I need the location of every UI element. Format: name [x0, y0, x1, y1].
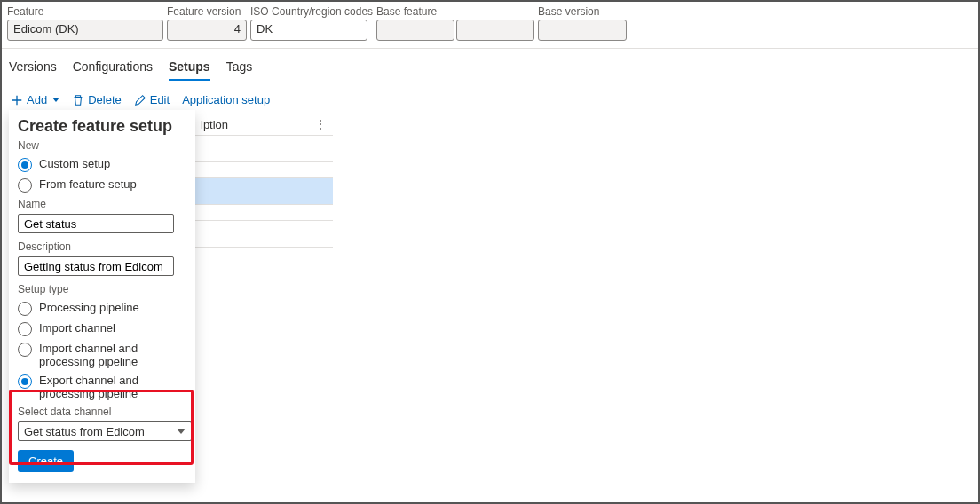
iso-label: ISO Country/region codes [250, 5, 373, 18]
tab-versions[interactable]: Versions [9, 59, 57, 81]
chevron-down-icon [177, 429, 186, 434]
delete-button[interactable]: Delete [72, 93, 122, 106]
radio-icon [18, 322, 32, 336]
table-row[interactable] [195, 136, 333, 162]
table-row-selected[interactable] [195, 178, 333, 205]
add-label: Add [27, 93, 47, 106]
tabs: Versions Configurations Setups Tags [2, 49, 978, 81]
radio-import-channel[interactable]: Import channel [18, 321, 186, 336]
add-button[interactable]: Add [11, 93, 59, 106]
header-fields: Feature Edicom (DK) Feature version 4 IS… [2, 2, 978, 49]
feature-version-label: Feature version [167, 5, 247, 18]
app-setup-label: Application setup [182, 93, 270, 106]
setup-type-label: Setup type [18, 283, 186, 295]
tab-tags[interactable]: Tags [226, 59, 253, 81]
name-input[interactable] [18, 214, 174, 233]
plus-icon [11, 94, 23, 106]
radio-label: Import channel [39, 321, 115, 335]
radio-processing-pipeline[interactable]: Processing pipeline [18, 301, 186, 316]
base-feature-label: Base feature [376, 5, 534, 18]
create-button[interactable]: Create [18, 450, 74, 472]
feature-input[interactable]: Edicom (DK) [7, 20, 163, 41]
table-header: iption ⋮ [195, 114, 333, 136]
panel-title: Create feature setup [18, 117, 186, 136]
trash-icon [72, 94, 84, 106]
pencil-icon [134, 94, 146, 106]
col-description-label: iption [201, 118, 228, 131]
name-label: Name [18, 198, 186, 210]
select-value: Get status from Edicom [24, 425, 145, 438]
radio-label: Custom setup [39, 157, 110, 170]
radio-label: Export channel and processing pipeline [39, 374, 186, 400]
new-section-label: New [18, 139, 186, 152]
create-feature-setup-panel: Create feature setup New Custom setup Fr… [9, 110, 195, 483]
feature-label: Feature [7, 5, 163, 18]
radio-custom-setup[interactable]: Custom setup [18, 157, 186, 172]
feature-version-input[interactable]: 4 [167, 20, 247, 41]
base-feature-input-1[interactable] [376, 20, 454, 41]
field-feature-version: Feature version 4 [167, 5, 247, 41]
select-data-channel-dropdown[interactable]: Get status from Edicom [18, 421, 192, 441]
edit-button[interactable]: Edit [134, 93, 170, 106]
field-base-version: Base version [538, 5, 627, 41]
radio-icon [18, 374, 32, 389]
base-version-label: Base version [538, 5, 627, 18]
table-row[interactable] [195, 221, 333, 248]
radio-icon [18, 178, 32, 193]
radio-from-feature-setup[interactable]: From feature setup [18, 177, 186, 193]
app-setup-button[interactable]: Application setup [182, 93, 270, 106]
radio-export-and-processing[interactable]: Export channel and processing pipeline [18, 374, 186, 400]
radio-icon [18, 158, 32, 172]
tab-configurations[interactable]: Configurations [73, 59, 153, 81]
table-row[interactable] [195, 162, 333, 178]
radio-label: Processing pipeline [39, 301, 139, 314]
radio-label: Import channel and processing pipeline [39, 342, 186, 368]
app-window: Feature Edicom (DK) Feature version 4 IS… [0, 0, 980, 504]
field-base-feature: Base feature [376, 5, 534, 41]
toolbar: Add Delete Edit Application setup [2, 81, 978, 112]
radio-label: From feature setup [39, 177, 137, 191]
edit-label: Edit [150, 93, 170, 106]
delete-label: Delete [88, 93, 122, 106]
base-feature-input-2[interactable] [456, 20, 534, 41]
more-icon[interactable]: ⋮ [314, 117, 328, 131]
field-iso: ISO Country/region codes DK [250, 5, 373, 41]
description-input[interactable] [18, 256, 174, 276]
setup-table: iption ⋮ [195, 114, 333, 248]
tab-setups[interactable]: Setups [169, 59, 210, 81]
radio-icon [18, 302, 32, 316]
iso-input[interactable]: DK [250, 20, 368, 41]
radio-icon [18, 343, 32, 357]
radio-import-and-processing[interactable]: Import channel and processing pipeline [18, 342, 186, 368]
base-version-input[interactable] [538, 20, 627, 41]
field-feature: Feature Edicom (DK) [7, 5, 163, 41]
description-label: Description [18, 240, 186, 253]
select-data-channel-label: Select data channel [18, 406, 186, 418]
table-row[interactable] [195, 205, 333, 221]
